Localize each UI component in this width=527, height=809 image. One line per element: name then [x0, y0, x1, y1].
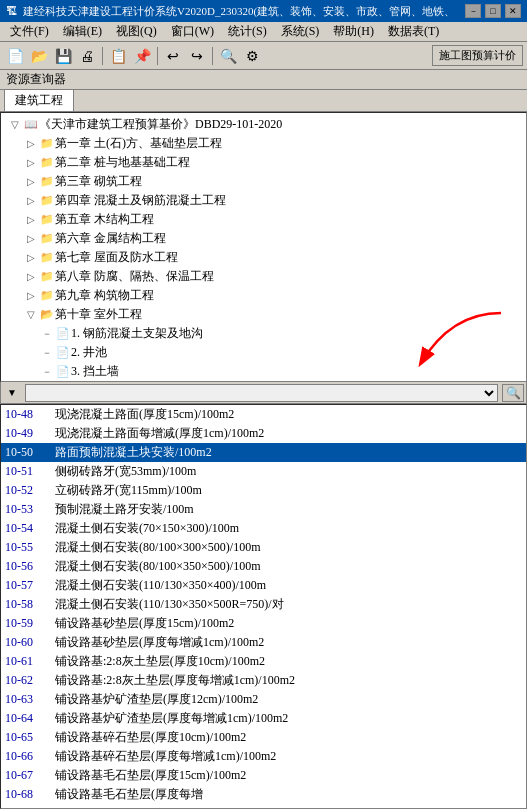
resource-panel-header: 资源查询器 — [0, 70, 527, 90]
close-button[interactable]: ✕ — [505, 4, 521, 18]
list-item-code: 10-66 — [5, 749, 55, 764]
list-item-text: 铺设路基碎石垫层(厚度每增减1cm)/100m2 — [55, 748, 276, 765]
list-item[interactable]: 10-48现浇混凝土路面(厚度15cm)/100m2 — [1, 405, 526, 424]
minimize-button[interactable]: － — [465, 4, 481, 18]
menu-item-T[interactable]: 数据表(T) — [382, 22, 445, 41]
folder-open-icon: 📂 — [39, 308, 55, 321]
list-item-text: 混凝土侧石安装(110/130×350×400)/100m — [55, 577, 266, 594]
tree-ch10-4[interactable]: － 📄 4. 室外排水管道 — [3, 381, 524, 382]
undo-button[interactable]: ↩ — [162, 45, 184, 67]
list-dropdown[interactable] — [25, 384, 498, 402]
menu-item-W[interactable]: 窗口(W) — [165, 22, 220, 41]
list-item[interactable]: 10-64铺设路基炉矿渣垫层(厚度每增减1cm)/100m2 — [1, 709, 526, 728]
tree-ch7[interactable]: ▷ 📁 第七章 屋面及防水工程 — [3, 248, 524, 267]
list-item[interactable]: 10-62铺设路基:2:8灰土垫层(厚度每增减1cm)/100m2 — [1, 671, 526, 690]
menu-item-F[interactable]: 文件(F) — [4, 22, 55, 41]
list-item[interactable]: 10-66铺设路基碎石垫层(厚度每增减1cm)/100m2 — [1, 747, 526, 766]
list-item[interactable]: 10-53预制混凝土路牙安装/100m — [1, 500, 526, 519]
menu-item-H[interactable]: 帮助(H) — [327, 22, 380, 41]
tree-tab-bar: 建筑工程 — [0, 90, 527, 112]
list-item[interactable]: 10-56混凝土侧石安装(80/100×350×500)/100m — [1, 557, 526, 576]
list-item-code: 10-53 — [5, 502, 55, 517]
list-item-text: 铺设路基砂垫层(厚度15cm)/100m2 — [55, 615, 234, 632]
list-item[interactable]: 10-49现浇混凝土路面每增减(厚度1cm)/100m2 — [1, 424, 526, 443]
root-label: 《天津市建筑工程预算基价》DBD29-101-2020 — [39, 116, 282, 133]
list-item[interactable]: 10-65铺设路基碎石垫层(厚度10cm)/100m2 — [1, 728, 526, 747]
menu-item-S[interactable]: 系统(S) — [275, 22, 326, 41]
open-button[interactable]: 📂 — [28, 45, 50, 67]
list-item-code: 10-61 — [5, 654, 55, 669]
list-item-code: 10-63 — [5, 692, 55, 707]
redo-button[interactable]: ↪ — [186, 45, 208, 67]
list-item-text: 预制混凝土路牙安装/100m — [55, 501, 194, 518]
list-item[interactable]: 10-63铺设路基炉矿渣垫层(厚度12cm)/100m2 — [1, 690, 526, 709]
folder-icon: 📁 — [39, 251, 55, 264]
list-item[interactable]: 10-60铺设路基砂垫层(厚度每增减1cm)/100m2 — [1, 633, 526, 652]
settings-button[interactable]: ⚙ — [241, 45, 263, 67]
list-item[interactable]: 10-58混凝土侧石安装(110/130×350×500R=750)/对 — [1, 595, 526, 614]
zoom-button[interactable]: 🔍 — [217, 45, 239, 67]
tree-ch1[interactable]: ▷ 📁 第一章 土(石)方、基础垫层工程 — [3, 134, 524, 153]
maximize-button[interactable]: □ — [485, 4, 501, 18]
list-item[interactable]: 10-61铺设路基:2:8灰土垫层(厚度10cm)/100m2 — [1, 652, 526, 671]
list-item-text: 混凝土侧石安装(110/130×350×500R=750)/对 — [55, 596, 284, 613]
tree-root[interactable]: ▽ 📖 《天津市建筑工程预算基价》DBD29-101-2020 — [3, 115, 524, 134]
tree-ch10-3[interactable]: － 📄 3. 挡土墙 — [3, 362, 524, 381]
main-content: 资源查询器 建筑工程 ▽ 📖 《天津市建筑工程预算基价》DBD29-101-20… — [0, 70, 527, 809]
root-expander[interactable]: ▽ — [7, 119, 23, 130]
ch7-expander[interactable]: ▷ — [23, 252, 39, 263]
list-area[interactable]: 10-48现浇混凝土路面(厚度15cm)/100m210-49现浇混凝土路面每增… — [0, 404, 527, 809]
list-nav-btn[interactable]: ▼ — [3, 384, 21, 402]
list-item[interactable]: 10-67铺设路基毛石垫层(厚度15cm)/100m2 — [1, 766, 526, 785]
tree-ch5[interactable]: ▷ 📁 第五章 木结构工程 — [3, 210, 524, 229]
tree-area[interactable]: ▽ 📖 《天津市建筑工程预算基价》DBD29-101-2020 ▷ 📁 第一章 … — [0, 112, 527, 382]
list-item[interactable]: 10-55混凝土侧石安装(80/100×300×500)/100m — [1, 538, 526, 557]
ch9-label: 第九章 构筑物工程 — [55, 287, 154, 304]
tree-ch8[interactable]: ▷ 📁 第八章 防腐、隔热、保温工程 — [3, 267, 524, 286]
paste-button[interactable]: 📌 — [131, 45, 153, 67]
tree-ch3[interactable]: ▷ 📁 第三章 砌筑工程 — [3, 172, 524, 191]
tree-ch9[interactable]: ▷ 📁 第九章 构筑物工程 — [3, 286, 524, 305]
copy-button[interactable]: 📋 — [107, 45, 129, 67]
estimate-button[interactable]: 施工图预算计价 — [432, 45, 523, 66]
leaf-icon: 📄 — [55, 327, 71, 340]
ch8-expander[interactable]: ▷ — [23, 271, 39, 282]
list-item-code: 10-50 — [5, 445, 55, 460]
tree-ch2[interactable]: ▷ 📁 第二章 桩与地基基础工程 — [3, 153, 524, 172]
ch10-expander[interactable]: ▽ — [23, 309, 39, 320]
list-item[interactable]: 10-52立砌砖路牙(宽115mm)/100m — [1, 481, 526, 500]
ch1-expander[interactable]: ▷ — [23, 138, 39, 149]
print-button[interactable]: 🖨 — [76, 45, 98, 67]
list-item[interactable]: 10-68铺设路基毛石垫层(厚度每增 — [1, 785, 526, 804]
tree-ch10[interactable]: ▽ 📂 第十章 室外工程 — [3, 305, 524, 324]
search-button[interactable]: 🔍 — [502, 384, 524, 402]
ch4-expander[interactable]: ▷ — [23, 195, 39, 206]
ch9-expander[interactable]: ▷ — [23, 290, 39, 301]
ch1-label: 第一章 土(石)方、基础垫层工程 — [55, 135, 222, 152]
tree-tab-jianzhu[interactable]: 建筑工程 — [4, 90, 74, 111]
list-item-code: 10-65 — [5, 730, 55, 745]
ch6-expander[interactable]: ▷ — [23, 233, 39, 244]
ch10-1-label: 1. 钢筋混凝土支架及地沟 — [71, 325, 203, 342]
menu-item-E[interactable]: 编辑(E) — [57, 22, 108, 41]
ch5-expander[interactable]: ▷ — [23, 214, 39, 225]
tree-ch6[interactable]: ▷ 📁 第六章 金属结构工程 — [3, 229, 524, 248]
list-item[interactable]: 10-51侧砌砖路牙(宽53mm)/100m — [1, 462, 526, 481]
ch2-expander[interactable]: ▷ — [23, 157, 39, 168]
save-button[interactable]: 💾 — [52, 45, 74, 67]
new-button[interactable]: 📄 — [4, 45, 26, 67]
list-item[interactable]: 10-54混凝土侧石安装(70×150×300)/100m — [1, 519, 526, 538]
tree-ch4[interactable]: ▷ 📁 第四章 混凝土及钢筋混凝土工程 — [3, 191, 524, 210]
tree-ch10-1[interactable]: － 📄 1. 钢筋混凝土支架及地沟 — [3, 324, 524, 343]
list-item-code: 10-49 — [5, 426, 55, 441]
list-item-code: 10-56 — [5, 559, 55, 574]
list-item[interactable]: 10-50路面预制混凝土块安装/100m2 — [1, 443, 526, 462]
tree-ch10-2[interactable]: － 📄 2. 井池 — [3, 343, 524, 362]
ch3-expander[interactable]: ▷ — [23, 176, 39, 187]
list-item[interactable]: 10-59铺设路基砂垫层(厚度15cm)/100m2 — [1, 614, 526, 633]
menu-item-S[interactable]: 统计(S) — [222, 22, 273, 41]
menu-item-Q[interactable]: 视图(Q) — [110, 22, 163, 41]
app-icon: 🏗 — [6, 5, 17, 17]
list-item[interactable]: 10-57混凝土侧石安装(110/130×350×400)/100m — [1, 576, 526, 595]
ch6-label: 第六章 金属结构工程 — [55, 230, 166, 247]
